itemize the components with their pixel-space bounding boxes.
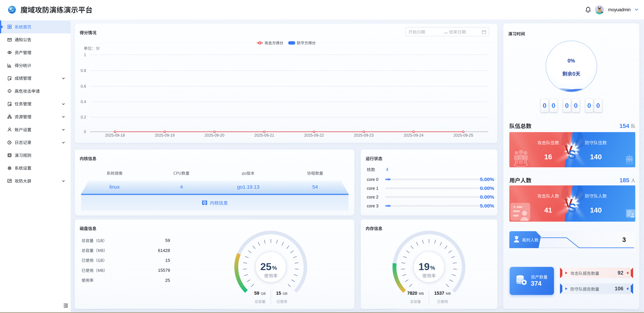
svg-text:0.4: 0.4: [81, 100, 86, 104]
svg-text:%: %: [430, 265, 435, 271]
svg-text:2025-09-25: 2025-09-25: [454, 133, 473, 138]
svg-text:0.8: 0.8: [81, 68, 86, 73]
svg-text:2025-09-23: 2025-09-23: [354, 133, 374, 138]
svg-text:2025-09-19: 2025-09-19: [155, 133, 174, 138]
svg-text:25: 25: [260, 261, 272, 272]
svg-text:19: 19: [418, 261, 430, 272]
svg-text:0.6: 0.6: [81, 84, 86, 88]
svg-text:2025-09-18: 2025-09-18: [105, 133, 125, 138]
svg-text:2025-09-22: 2025-09-22: [304, 133, 324, 138]
svg-text:2025-09-20: 2025-09-20: [204, 133, 224, 138]
svg-text:2025-09-21: 2025-09-21: [254, 133, 274, 138]
svg-text:0: 0: [84, 130, 86, 134]
svg-text:1: 1: [84, 53, 86, 57]
svg-text:0.2: 0.2: [81, 115, 86, 119]
svg-text:2025-09-24: 2025-09-24: [404, 133, 424, 138]
svg-text:%: %: [272, 265, 277, 271]
